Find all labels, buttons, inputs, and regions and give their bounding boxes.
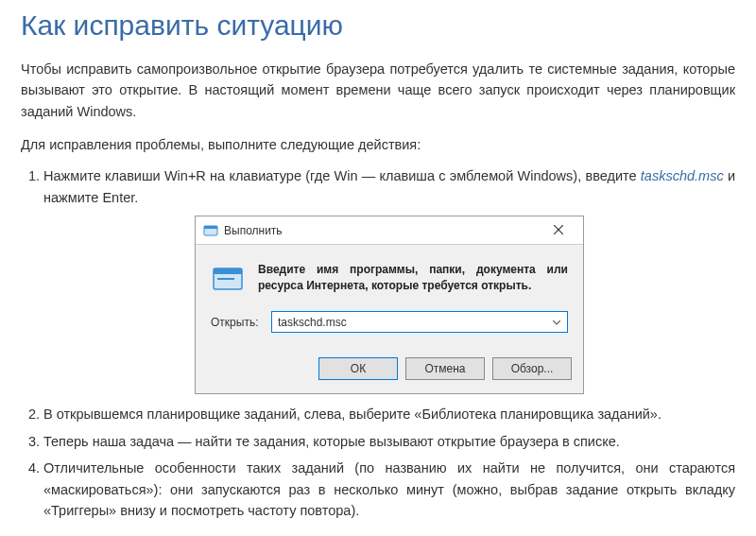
page-heading: Как исправить ситуацию [21,9,735,42]
step-item: В открывшемся планировщике заданий, слев… [43,404,735,424]
close-button[interactable] [538,217,579,244]
dialog-description: Введите имя программы, папки, документа … [258,262,568,294]
open-value: taskschd.msc [278,314,550,332]
command-text: taskschd.msc [641,168,724,183]
open-label: Открыть: [211,314,271,332]
step-item: Отличительные особенности таких заданий … [43,458,735,521]
steps-list: Нажмите клавиши Win+R на клавиатуре (где… [21,165,735,521]
run-dialog: Выполнить [195,216,584,394]
dialog-container: Выполнить [43,216,735,394]
run-titlebar-icon [203,223,218,238]
svg-rect-6 [217,278,234,280]
run-dialog-icon [211,262,245,296]
browse-button[interactable]: Обзор... [492,357,572,380]
instruction-paragraph: Для исправления проблемы, выполните след… [21,137,735,152]
intro-paragraph: Чтобы исправить самопроизвольное открыти… [21,59,735,122]
svg-rect-1 [204,226,217,229]
dialog-body: Введите имя программы, папки, документа … [196,245,583,357]
open-combobox[interactable]: taskschd.msc [271,311,568,333]
dialog-title: Выполнить [224,222,538,240]
dialog-buttons: ОК Отмена Обзор... [196,357,583,393]
ok-button[interactable]: ОК [318,357,398,380]
step-item: Нажмите клавиши Win+R на клавиатуре (где… [43,165,735,394]
svg-rect-5 [214,268,242,274]
step-text: Нажмите клавиши Win+R на клавиатуре (где… [43,168,641,183]
chevron-down-icon [550,315,563,330]
close-icon [554,220,563,241]
step-item: Теперь наша задача — найти те задания, к… [43,431,735,452]
cancel-button[interactable]: Отмена [405,357,485,380]
dialog-titlebar: Выполнить [196,216,583,245]
